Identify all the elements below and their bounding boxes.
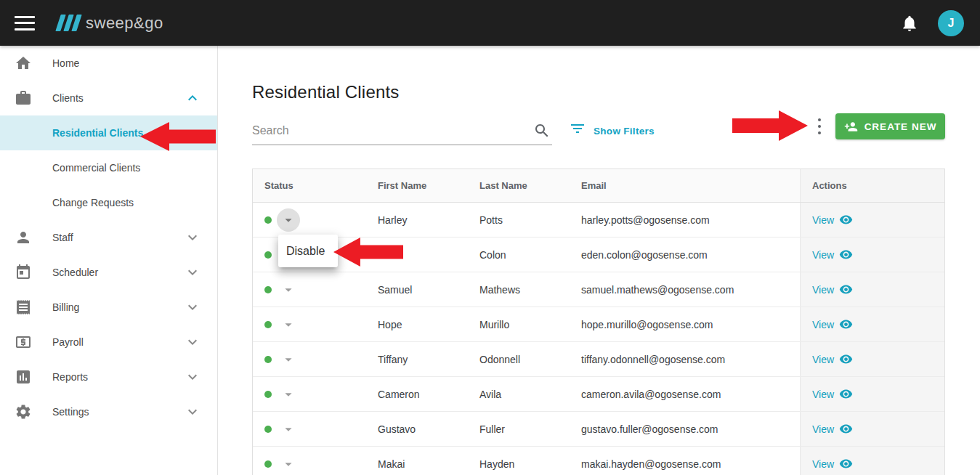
status-dropdown-caret[interactable]: [277, 452, 300, 475]
table-row: Gustavo Fuller gustavo.fuller@ogosense.c…: [253, 412, 944, 447]
email-header: Email: [570, 169, 800, 202]
status-dot: [264, 356, 272, 363]
eye-icon: [839, 352, 853, 366]
logo-bars-icon: [58, 15, 79, 31]
first-name-cell: Samuel: [366, 272, 468, 306]
actions-header: Actions: [800, 169, 944, 202]
disable-menu-item[interactable]: Disable: [278, 245, 338, 258]
notifications-bell-icon[interactable]: [900, 14, 919, 33]
chevron-down-icon: [184, 264, 201, 281]
email-cell: gustavo.fuller@ogosense.com: [570, 412, 800, 446]
sidebar-item-reports[interactable]: Reports: [0, 360, 217, 394]
status-dropdown-caret[interactable]: [277, 348, 300, 371]
email-cell: harley.potts@ogosense.com: [570, 203, 800, 237]
table-row: Harley Potts harley.potts@ogosense.com V…: [253, 203, 944, 238]
search-icon[interactable]: [533, 122, 551, 139]
first-name-cell: [366, 238, 468, 272]
last-name-cell: Murillo: [468, 307, 570, 341]
app-window: sweep&go J Home Clients Residential Clie…: [0, 0, 980, 475]
status-dropdown-caret[interactable]: [277, 383, 300, 406]
table-row: Tiffany Odonnell tiffany.odonnell@ogosen…: [253, 342, 944, 377]
chevron-up-icon: [184, 89, 201, 107]
clients-table: Status First Name Last Name Email Action…: [252, 169, 945, 475]
sidebar-item-residential-clients[interactable]: Residential Clients: [0, 115, 217, 150]
first-name-cell: Cameron: [366, 377, 468, 411]
sidebar-item-payroll[interactable]: Payroll: [0, 325, 217, 360]
view-link[interactable]: View: [812, 422, 853, 436]
first-name-cell: Gustavo: [366, 412, 468, 446]
status-dropdown-menu: Disable: [278, 235, 338, 267]
status-dot: [264, 460, 272, 468]
eye-icon: [839, 422, 853, 436]
first-name-cell: Harley: [366, 203, 468, 237]
email-cell: hope.murillo@ogosense.com: [570, 307, 800, 341]
email-cell: eden.colon@ogosense.com: [570, 238, 800, 272]
status-dropdown-caret[interactable]: [277, 278, 300, 301]
view-link[interactable]: View: [812, 387, 853, 401]
sidebar-item-change-requests[interactable]: Change Requests: [0, 185, 217, 220]
last-name-cell: Potts: [468, 203, 570, 237]
status-dot: [264, 391, 272, 398]
first-name-cell: Makai: [366, 447, 468, 475]
table-row: Makai Hayden makai.hayden@ogosense.com V…: [253, 447, 944, 475]
last-name-cell: Fuller: [468, 412, 570, 446]
search-input[interactable]: [252, 116, 552, 145]
briefcase-icon: [15, 89, 32, 107]
last-name-cell: Odonnell: [468, 342, 570, 376]
eye-icon: [839, 457, 853, 471]
sidebar-item-scheduler[interactable]: Scheduler: [0, 255, 217, 290]
sidebar-item-clients[interactable]: Clients: [0, 81, 217, 115]
sidebar-item-home[interactable]: Home: [0, 46, 217, 81]
view-link[interactable]: View: [812, 283, 853, 296]
view-link[interactable]: View: [812, 213, 853, 227]
search-field: [252, 116, 552, 145]
status-dot: [264, 251, 272, 259]
chevron-down-icon: [184, 333, 201, 351]
top-app-bar: sweep&go J: [0, 0, 980, 46]
user-avatar[interactable]: J: [938, 10, 964, 36]
sidebar-item-commercial-clients[interactable]: Commercial Clients: [0, 150, 217, 185]
view-link[interactable]: View: [812, 317, 853, 331]
last-name-cell: Colon: [468, 238, 570, 272]
status-dot: [264, 321, 272, 328]
hamburger-menu-icon[interactable]: [15, 16, 35, 31]
logo-text: sweep&go: [86, 14, 163, 33]
kebab-menu[interactable]: [813, 117, 826, 136]
sweepandgo-logo: sweep&go: [58, 14, 163, 33]
eye-icon: [839, 317, 853, 331]
status-dropdown-caret[interactable]: [277, 208, 300, 232]
view-link[interactable]: View: [812, 457, 853, 471]
chevron-down-icon: [184, 368, 201, 386]
sidebar-item-staff[interactable]: Staff: [0, 220, 217, 255]
table-row: Samuel Mathews samuel.mathews@ogosense.c…: [253, 272, 944, 307]
status-header: Status: [253, 169, 366, 202]
calendar-icon: [15, 264, 32, 281]
home-icon: [15, 54, 32, 72]
person-icon: [15, 229, 32, 246]
table-header-row: Status First Name Last Name Email Action…: [253, 169, 944, 203]
sidebar-item-billing[interactable]: Billing: [0, 290, 217, 325]
table-row: Hope Murillo hope.murillo@ogosense.com V…: [253, 307, 944, 342]
last-name-cell: Mathews: [468, 272, 570, 306]
chevron-down-icon: [184, 403, 201, 421]
view-link[interactable]: View: [812, 248, 853, 261]
eye-icon: [839, 213, 853, 227]
receipt-icon: [15, 299, 32, 316]
sidebar-item-settings[interactable]: Settings: [0, 394, 217, 429]
bar-chart-icon: [15, 368, 32, 386]
chevron-down-icon: [184, 299, 201, 316]
dollar-icon: [15, 333, 32, 351]
table-row: Colon eden.colon@ogosense.com View: [253, 238, 944, 272]
first-name-cell: Hope: [366, 307, 468, 341]
show-filters-button[interactable]: Show Filters: [569, 120, 655, 140]
last-name-header: Last Name: [468, 169, 570, 202]
first-name-header: First Name: [366, 169, 468, 202]
view-link[interactable]: View: [812, 352, 853, 366]
page-title: Residential Clients: [252, 82, 400, 102]
chevron-down-icon: [184, 229, 201, 246]
status-dot: [264, 286, 272, 293]
status-dropdown-caret[interactable]: [277, 418, 300, 441]
eye-icon: [839, 248, 853, 261]
status-dropdown-caret[interactable]: [277, 313, 300, 336]
create-new-button[interactable]: CREATE NEW: [835, 113, 945, 139]
